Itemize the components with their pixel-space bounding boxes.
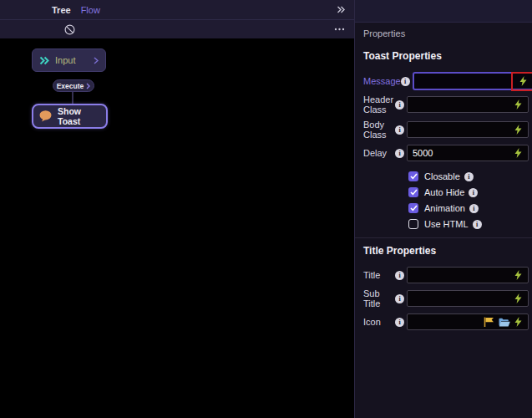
info-icon[interactable]	[464, 172, 474, 181]
lightning-bolt-icon[interactable]	[514, 293, 522, 303]
section-divider	[355, 237, 532, 238]
folder-open-icon[interactable]	[499, 318, 510, 327]
body-class-input-wrap	[407, 121, 529, 138]
lightning-bolt-icon[interactable]	[514, 125, 522, 135]
checkbox-row-closable: Closable	[408, 171, 529, 181]
toast-node-label: Show Toast	[58, 106, 100, 126]
header-class-input[interactable]	[408, 97, 528, 112]
tab-tree[interactable]: Tree	[52, 5, 71, 15]
ellipsis-icon[interactable]	[334, 28, 345, 31]
closable-checkbox[interactable]	[408, 171, 418, 181]
info-icon[interactable]	[395, 318, 404, 327]
edge-connector-line	[72, 92, 73, 104]
panel-top-strip	[355, 0, 532, 23]
auto-hide-checkbox[interactable]	[408, 187, 418, 197]
chevron-right-icon	[86, 83, 90, 89]
field-row-icon: Icon	[363, 314, 529, 330]
properties-panel-body: Toast Properties Message Header Class	[355, 50, 532, 330]
edge-label-execute[interactable]: Execute	[53, 79, 94, 92]
lightning-bolt-icon[interactable]	[519, 76, 527, 86]
edge-label-text: Execute	[57, 82, 84, 90]
checkbox-row-use-html: Use HTML	[408, 219, 529, 229]
icon-field-buttons	[484, 317, 522, 327]
node-input[interactable]: Input	[32, 48, 106, 72]
flag-icon[interactable]	[484, 317, 494, 327]
canvas-toolbar	[0, 19, 354, 38]
auto-hide-label: Auto Hide	[424, 187, 464, 197]
message-label: Message	[363, 76, 401, 86]
info-icon[interactable]	[469, 204, 479, 213]
checkbox-row-auto-hide: Auto Hide	[408, 187, 529, 197]
chat-bubble-icon	[39, 110, 52, 122]
info-icon[interactable]	[401, 77, 410, 86]
sub-title-input-wrap	[407, 290, 529, 307]
field-row-delay: Delay	[363, 145, 529, 161]
field-row-title: Title	[363, 267, 529, 283]
icon-input-wrap	[407, 314, 529, 330]
info-icon[interactable]	[395, 125, 404, 135]
body-class-label: Body Class	[363, 120, 395, 140]
use-html-label: Use HTML	[424, 219, 469, 229]
input-node-label: Input	[55, 55, 94, 65]
properties-panel: Properties Toast Properties Message Head…	[354, 0, 532, 418]
toast-properties-heading: Toast Properties	[363, 50, 529, 62]
title-properties-heading: Title Properties	[363, 245, 529, 257]
body-class-input[interactable]	[408, 122, 528, 137]
title-input-wrap	[407, 267, 529, 283]
closable-label: Closable	[424, 171, 460, 181]
title-label: Title	[363, 270, 395, 280]
field-row-body-class: Body Class	[363, 120, 529, 140]
lightning-bolt-icon[interactable]	[514, 317, 522, 327]
header-class-label: Header Class	[363, 94, 395, 115]
double-chevron-icon	[39, 56, 50, 65]
animation-label: Animation	[424, 203, 465, 213]
lightning-bolt-icon[interactable]	[514, 148, 522, 158]
sub-title-label: Sub Title	[363, 288, 395, 308]
info-icon[interactable]	[469, 188, 478, 197]
editor-topbar: Tree Flow	[0, 0, 354, 19]
animation-checkbox[interactable]	[408, 203, 418, 213]
chevron-double-right-icon[interactable]	[337, 5, 346, 14]
delay-label: Delay	[363, 148, 395, 158]
info-icon[interactable]	[395, 271, 404, 280]
properties-panel-title: Properties	[355, 23, 532, 43]
field-row-header-class: Header Class	[363, 94, 529, 115]
field-row-message: Message	[363, 72, 529, 90]
lightning-bolt-icon[interactable]	[514, 99, 522, 110]
field-row-sub-title: Sub Title	[363, 288, 529, 308]
icon-label: Icon	[363, 317, 395, 327]
toast-options-group: Closable Auto Hide Animation	[408, 171, 529, 229]
chevron-right-icon[interactable]	[94, 57, 99, 64]
flow-canvas[interactable]: Input Execute Show Toast	[0, 38, 354, 418]
info-icon[interactable]	[395, 100, 404, 110]
info-icon[interactable]	[395, 294, 404, 303]
use-html-checkbox[interactable]	[408, 219, 418, 229]
message-input-wrap	[413, 72, 532, 90]
tab-flow[interactable]: Flow	[81, 5, 100, 15]
header-class-input-wrap	[407, 96, 529, 113]
flow-editor-area: Tree Flow Input	[0, 0, 354, 418]
info-icon[interactable]	[395, 149, 404, 158]
info-icon[interactable]	[473, 220, 482, 229]
delay-input[interactable]	[408, 145, 528, 161]
delay-input-wrap	[407, 145, 529, 161]
lightning-bolt-icon[interactable]	[514, 270, 522, 280]
checkbox-row-animation: Animation	[408, 203, 529, 213]
title-input[interactable]	[408, 268, 528, 283]
sub-title-input[interactable]	[408, 291, 528, 306]
no-entry-icon[interactable]	[64, 24, 75, 35]
message-input[interactable]	[414, 74, 532, 89]
node-show-toast[interactable]: Show Toast	[32, 104, 108, 129]
flow-editor-window: Tree Flow Input	[0, 0, 532, 418]
